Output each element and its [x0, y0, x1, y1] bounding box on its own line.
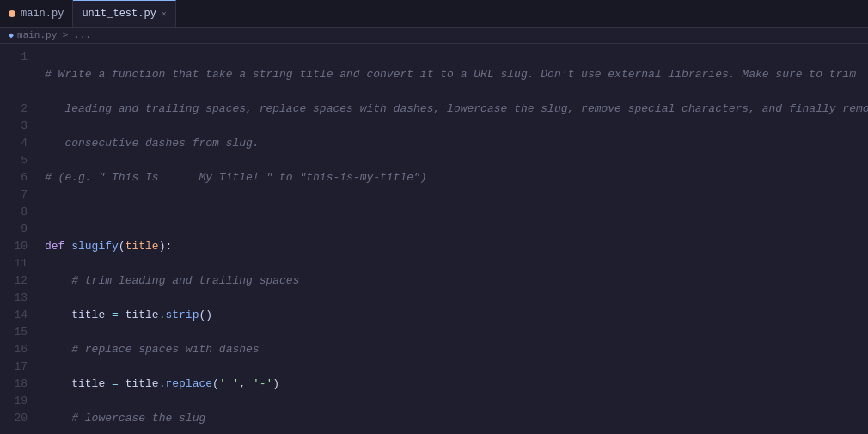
- line-5: # trim leading and trailing spaces: [45, 272, 868, 290]
- tab-unit-test-label: unit_test.py: [82, 8, 156, 20]
- line-2: # (e.g. " This Is My Title! " to "this-i…: [45, 169, 868, 186]
- editor: 1 2 3 4 5 6 7 8 9 10 11 12 13 14 15 16 1…: [0, 44, 868, 431]
- line-6: title = title.strip(): [45, 307, 868, 324]
- line-7: # replace spaces with dashes: [45, 341, 868, 358]
- tab-main[interactable]: main.py: [0, 0, 73, 27]
- line-1: # Write a function that take a string ti…: [45, 66, 868, 83]
- tab-bar: main.py unit_test.py ✕: [0, 0, 868, 28]
- unsaved-dot: [9, 10, 15, 17]
- line-8: title = title.replace(' ', '-'): [45, 376, 868, 393]
- line-4: def slugify(title):: [45, 238, 868, 255]
- line-1c: consecutive dashes from slug.: [45, 135, 868, 152]
- line-9: # lowercase the slug: [45, 410, 868, 427]
- line-3: [45, 204, 868, 221]
- file-icon: ◆: [9, 30, 14, 40]
- line-numbers: 1 2 3 4 5 6 7 8 9 10 11 12 13 14 15 16 1…: [0, 44, 36, 431]
- tab-main-label: main.py: [21, 8, 64, 20]
- code-content[interactable]: # Write a function that take a string ti…: [36, 44, 868, 431]
- breadcrumb: ◆ main.py > ...: [0, 28, 868, 44]
- line-1b: leading and trailing spaces, replace spa…: [45, 101, 868, 118]
- tab-close-icon[interactable]: ✕: [162, 9, 167, 19]
- breadcrumb-text: main.py > ...: [17, 30, 91, 40]
- tab-unit-test[interactable]: unit_test.py ✕: [73, 0, 175, 27]
